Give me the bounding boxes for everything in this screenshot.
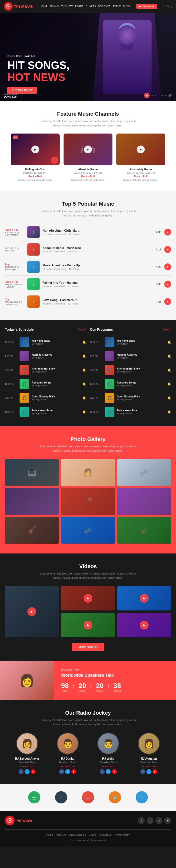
schedule-view-all[interactable]: View All xyxy=(77,328,86,331)
gallery-item-7[interactable]: 🎸 xyxy=(5,517,59,544)
video-play-btn-4[interactable]: ▶ xyxy=(83,621,93,629)
program-item-2: 1:00 AM 🎵 Morning Classics By Augsten 🔔 xyxy=(90,349,171,363)
logo[interactable]: fmwave xyxy=(4,2,33,11)
schedule-bell-1[interactable]: 🔔 xyxy=(82,340,86,344)
jockey-tw-1[interactable]: t xyxy=(25,769,30,774)
jockey-face-3: 👨 xyxy=(98,733,118,754)
program-bell-6[interactable]: 🔔 xyxy=(168,410,171,413)
jockey-fb-4[interactable]: f xyxy=(140,769,145,774)
nav-tvshow[interactable]: TV SHOW xyxy=(61,5,73,8)
footer-schedule[interactable]: Show Schedule xyxy=(69,834,86,836)
more-videos-button[interactable]: MORE VIDEOS xyxy=(72,643,104,651)
music-play-1[interactable]: ▶ xyxy=(164,229,171,236)
schedule-bell-3[interactable]: 🔔 xyxy=(82,368,86,372)
gallery-item-6[interactable]: 🎶 xyxy=(117,488,171,515)
video-play-btn-5[interactable]: ▶ xyxy=(140,621,149,629)
program-item-6: 11:00 PM 🎵 Today News Paper By Angela Mo… xyxy=(90,405,171,419)
channel-play-1[interactable]: ▶ xyxy=(31,146,39,153)
nav-home[interactable]: HOME xyxy=(40,5,47,8)
music-title-3: Music Absolute - Media Hjat xyxy=(42,264,153,267)
instagram-icon[interactable]: in xyxy=(168,5,170,8)
gallery-item-2[interactable]: 👩 xyxy=(61,459,115,486)
jockey-fb-2[interactable]: f xyxy=(59,769,64,774)
nav-shows[interactable]: SHOWS xyxy=(49,5,59,8)
jockey-yt-4[interactable]: ▶ xyxy=(152,769,157,774)
volume-icon[interactable]: 🔊 xyxy=(168,94,172,97)
nav-event[interactable]: EVENT xyxy=(112,5,120,8)
program-bell-1[interactable]: 🔔 xyxy=(168,340,171,344)
footer-yt-icon[interactable]: ▶ xyxy=(164,817,171,824)
listen-live-button[interactable]: ▶ Live to Now xyxy=(136,4,157,9)
schedule-bell-6[interactable]: 🔔 xyxy=(82,410,86,413)
video-play-btn-2[interactable]: ▶ xyxy=(83,594,93,602)
jockey-yt-1[interactable]: ▶ xyxy=(31,769,36,774)
buy-ticket-button[interactable]: BUY THIS TICKET xyxy=(7,87,37,94)
music-info-4: Falling Into You - Hammer 0 Listener Com… xyxy=(42,281,153,288)
video-play-btn-1[interactable]: ▶ xyxy=(27,607,36,616)
countdown-minutes-num: 20 xyxy=(96,682,104,690)
countdown-minutes-label: Minutes xyxy=(96,690,104,692)
schedule-bell-5[interactable]: 🔔 xyxy=(82,396,86,400)
music-title-5: Love Song - Hammerour xyxy=(42,299,153,302)
program-bell-2[interactable]: 🔔 xyxy=(168,354,171,358)
jockey-fb-3[interactable]: f xyxy=(100,769,105,774)
channel-play-3[interactable]: ▶ xyxy=(137,146,145,153)
program-bell-5[interactable]: 🔔 xyxy=(168,396,171,400)
schedule-bell-4[interactable]: 🔔 xyxy=(82,382,86,386)
footer-contact[interactable]: Contact Us xyxy=(100,834,111,836)
music-play-2[interactable]: ▶ xyxy=(164,246,171,253)
facebook-icon[interactable]: f xyxy=(164,5,164,8)
program-show-5: Good Morning Wish xyxy=(117,395,165,398)
footer: Fmwave f t in ▶ Home About Us Show Sched… xyxy=(0,811,176,846)
nav-pages[interactable]: PAGES xyxy=(75,5,83,8)
jockey-yt-2[interactable]: ▶ xyxy=(71,769,76,774)
footer-in-icon[interactable]: in xyxy=(155,817,162,824)
music-info-3: Music Absolute - Media Hjat 10 Listener … xyxy=(42,264,153,270)
music-play-5[interactable]: ▶ xyxy=(164,298,171,305)
gallery-item-1[interactable]: 🎹 xyxy=(5,459,59,486)
nav-charts[interactable]: CHARTS xyxy=(86,5,96,8)
music-person-3 xyxy=(27,261,40,273)
program-bell-3[interactable]: 🔔 xyxy=(168,368,171,372)
video-item-1[interactable]: ▶ xyxy=(5,586,59,638)
partner-1: Food Style xyxy=(25,791,44,803)
program-info-3: Afternoon Hot Show By Angela Moor xyxy=(117,367,165,373)
jockey-fb-1[interactable]: f xyxy=(19,769,24,774)
nav-blog[interactable]: BLOG xyxy=(123,5,130,8)
video-item-4[interactable]: ▶ xyxy=(61,613,115,638)
music-play-3[interactable]: ▶ xyxy=(164,264,171,270)
programs-view-all[interactable]: View All xyxy=(163,328,171,331)
footer-guests[interactable]: Guests xyxy=(89,834,97,836)
twitter-icon[interactable]: t xyxy=(166,5,166,8)
gallery-item-5[interactable]: 🎤 xyxy=(61,488,115,515)
schedule-item-5: 2:00 PM 🎵 Good Morning Wish By Angela Mo… xyxy=(5,391,86,405)
music-category-2: 11/01/2020 By Maria Mac xyxy=(5,247,25,252)
music-item-4: Rock n Roll May 11, 2020 By Hammer Falli… xyxy=(5,276,171,293)
video-item-3[interactable]: ▶ xyxy=(117,586,171,611)
hero-play-button[interactable]: ▶ xyxy=(144,93,150,98)
jockey-yt-3[interactable]: ▶ xyxy=(112,769,117,774)
jockey-tw-3[interactable]: t xyxy=(106,769,111,774)
footer-tw-icon[interactable]: t xyxy=(147,817,153,824)
program-info-6: Today News Paper By Angela Moor xyxy=(117,409,165,415)
video-play-btn-3[interactable]: ▶ xyxy=(140,594,149,602)
program-bell-4[interactable]: 🔔 xyxy=(168,382,171,386)
youtube-icon[interactable]: y xyxy=(171,5,172,8)
footer-home[interactable]: Home xyxy=(46,834,53,836)
footer-privacy[interactable]: Privacy Policy xyxy=(114,834,130,836)
jockey-tw-2[interactable]: t xyxy=(65,769,70,774)
gallery-item-4[interactable]: 🎧 xyxy=(5,488,59,515)
nav-podcast[interactable]: PODCAST xyxy=(98,5,110,8)
gallery-item-8[interactable]: 🎺 xyxy=(61,517,115,544)
footer-about[interactable]: About Us xyxy=(56,834,66,836)
footer-fb-icon[interactable]: f xyxy=(138,817,145,824)
gallery-item-3[interactable]: 💤 xyxy=(117,459,171,486)
videos-title: Videos xyxy=(5,563,171,569)
schedule-bell-2[interactable]: 🔔 xyxy=(82,354,86,358)
video-item-5[interactable]: ▶ xyxy=(117,613,171,638)
gallery-icon-9: 🎻 xyxy=(117,517,171,544)
jockey-tw-4[interactable]: t xyxy=(146,769,151,774)
music-play-4[interactable]: ▶ xyxy=(164,281,171,288)
gallery-item-9[interactable]: 🎻 xyxy=(117,517,171,544)
video-item-2[interactable]: ▶ xyxy=(61,586,115,611)
